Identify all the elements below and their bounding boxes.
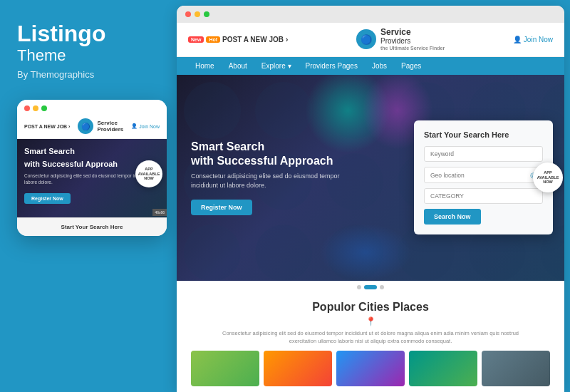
- dot-red-icon: [24, 105, 30, 111]
- cities-title: Populor Cities Places: [191, 301, 550, 314]
- browser-bar: [177, 6, 564, 23]
- search-box: Start Your Search Here ◎ Search Now: [414, 120, 553, 234]
- site-join-button[interactable]: 👤 Join Now: [513, 36, 553, 43]
- city-thumb-5[interactable]: [482, 351, 550, 386]
- slider-dot-1[interactable]: [357, 285, 361, 289]
- keyword-field-group: [424, 146, 543, 162]
- browser-dot-yellow: [195, 11, 200, 17]
- post-job-link[interactable]: New Hot POST A NEW JOB ›: [188, 36, 288, 43]
- mobile-hero-title: Smart Search: [24, 146, 160, 156]
- city-thumb-4[interactable]: [409, 351, 477, 386]
- category-field-group: [424, 188, 543, 204]
- dot-yellow-icon: [33, 105, 38, 111]
- city-thumb-2[interactable]: [264, 351, 332, 386]
- category-input[interactable]: [424, 188, 543, 204]
- browser-mockup: New Hot POST A NEW JOB › 🔵 Service Provi…: [177, 6, 564, 392]
- hero-description: Consectetur adipisicing elite sed do eiu…: [191, 172, 348, 191]
- geo-field-group: ◎: [424, 167, 543, 183]
- mobile-post-job[interactable]: POST A NEW JOB ›: [24, 124, 70, 129]
- cities-pin-icon: 📍: [191, 316, 550, 326]
- mobile-logo: 🔵 Service Providers: [78, 118, 123, 134]
- hero-left-content: Smart Search with Successful Approach Co…: [177, 125, 414, 229]
- smoke-blue-decoration: [319, 224, 412, 281]
- site-below-hero: Populor Cities Places 📍 Consectetur adip…: [177, 281, 564, 393]
- slider-dot-3[interactable]: [380, 285, 384, 289]
- nav-explore[interactable]: Explore ▾: [254, 57, 299, 75]
- desktop-app-badge: APPAVAILABLENOW: [533, 163, 563, 192]
- hot-badge: Hot: [206, 36, 220, 43]
- browser-content: New Hot POST A NEW JOB › 🔵 Service Provi…: [177, 23, 564, 392]
- search-box-title: Start Your Search Here: [424, 130, 543, 139]
- cities-thumbnails: [191, 351, 550, 386]
- mobile-search-title: Start Your Search Here: [24, 224, 160, 230]
- join-icon: 👤: [513, 36, 522, 43]
- city-thumb-3[interactable]: [336, 351, 405, 386]
- brand-by: By Themographics: [17, 69, 160, 80]
- nav-about[interactable]: About: [222, 57, 254, 75]
- site-navbar: Home About Explore ▾ Providers Pages Job…: [177, 57, 564, 75]
- slider-dot-2[interactable]: [364, 285, 377, 289]
- brand-title: Listingo: [17, 21, 160, 46]
- nav-home[interactable]: Home: [188, 57, 222, 75]
- hero-title: Smart Search with Successful Approach: [191, 140, 400, 167]
- nav-providers[interactable]: Providers Pages: [299, 57, 365, 75]
- mobile-join-button[interactable]: 👤 Join Now: [131, 123, 160, 129]
- mobile-top-bar: [17, 100, 167, 114]
- brand-subtitle: Theme: [17, 46, 160, 65]
- site-hero: Smart Search with Successful Approach Co…: [177, 75, 564, 281]
- site-logo-icon: 🔵: [356, 29, 376, 49]
- site-topbar: New Hot POST A NEW JOB › 🔵 Service Provi…: [177, 23, 564, 57]
- slider-dots: [177, 281, 564, 294]
- browser-dot-red: [185, 11, 191, 17]
- browser-dot-green: [204, 11, 209, 17]
- hero-register-button[interactable]: Register Now: [191, 200, 252, 215]
- geo-input[interactable]: [430, 172, 530, 179]
- nav-jobs[interactable]: Jobs: [365, 57, 394, 75]
- keyword-input[interactable]: [424, 146, 543, 162]
- cities-description: Consectetur adipisicing elit sed do eius…: [221, 329, 520, 346]
- mobile-app-badge: APPAVAILABLENOW: [135, 160, 162, 187]
- site-logo: 🔵 Service Providers the Ultimate Service…: [356, 27, 445, 52]
- city-thumb-1[interactable]: [191, 351, 259, 386]
- search-now-button[interactable]: Search Now: [424, 209, 481, 225]
- mobile-register-button[interactable]: Register Now: [24, 193, 71, 204]
- dot-green-icon: [41, 105, 47, 111]
- mobile-search-section: Start Your Search Here: [17, 217, 167, 236]
- cities-section: Populor Cities Places 📍 Consectetur adip…: [177, 294, 564, 393]
- new-badge: New: [188, 36, 204, 43]
- nav-pages[interactable]: Pages: [394, 57, 428, 75]
- mobile-site-header: POST A NEW JOB › 🔵 Service Providers 👤 J…: [17, 114, 167, 139]
- left-panel: Listingo Theme By Themographics POST A N…: [0, 0, 177, 392]
- mobile-size-badge: 46x66: [152, 209, 167, 216]
- mobile-mockup: POST A NEW JOB › 🔵 Service Providers 👤 J…: [17, 100, 167, 236]
- mobile-hero: Smart Search with Successful Approah Con…: [17, 139, 167, 217]
- mobile-logo-icon: 🔵: [78, 118, 93, 134]
